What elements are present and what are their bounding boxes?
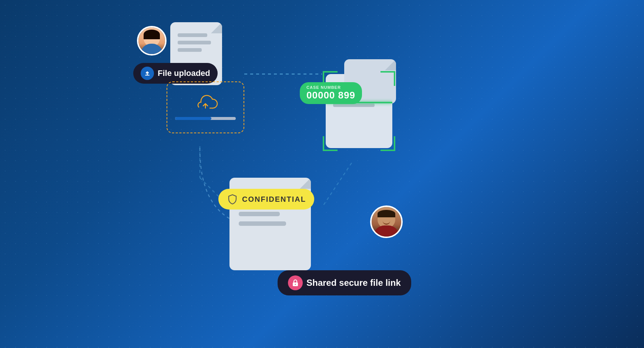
progress-bar	[175, 117, 236, 120]
case-label: CASE NUMBER	[306, 85, 355, 90]
confidential-text: CONFIDENTIAL	[242, 195, 306, 204]
lock-icon	[288, 275, 303, 290]
case-number-badge: CASE NUMBER 00000 899	[300, 82, 362, 104]
secure-link-text: Shared secure file link	[306, 278, 401, 288]
progress-fill	[175, 117, 212, 120]
avatar-user2	[370, 205, 403, 238]
svg-point-6	[295, 284, 296, 285]
scene: File uploaded	[0, 0, 644, 348]
background-dots	[0, 0, 644, 348]
cloud-upload-icon	[193, 95, 218, 114]
file-uploaded-text: File uploaded	[158, 68, 210, 78]
file-uploaded-badge: File uploaded	[133, 63, 218, 84]
corner-tr	[380, 71, 395, 86]
avatar-user1	[137, 26, 167, 56]
upload-icon	[141, 67, 154, 80]
corner-br	[380, 136, 395, 151]
shield-icon	[227, 193, 238, 205]
secure-link-badge: Shared secure file link	[278, 270, 411, 295]
confidential-badge: CONFIDENTIAL	[218, 189, 314, 210]
corner-bl	[323, 136, 338, 151]
upload-area	[167, 81, 244, 133]
case-number: 00000 899	[306, 90, 355, 101]
